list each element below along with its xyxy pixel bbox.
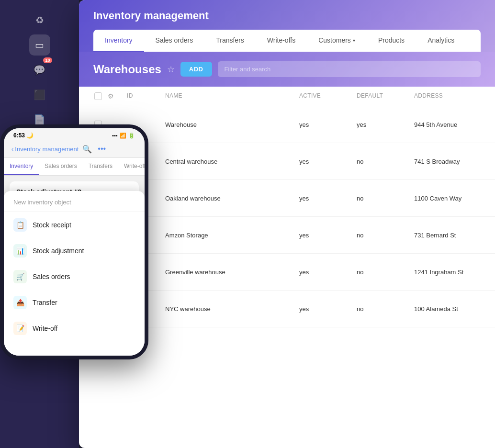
phone-tabs: Inventory Sales orders Transfers Write-o… (4, 158, 145, 176)
mobile-phone: 6:53 🌙 ▪▪▪ 📶 🔋 ‹ Inventory management 🔍 … (0, 124, 148, 359)
table-header: ⚙ ID Name Active Default Address Image (79, 87, 495, 106)
popup-item-sales-orders[interactable]: 🛒 Sales orders (4, 264, 145, 290)
row-address: 731 Bernard St (414, 226, 495, 245)
chat-badge: 10 (43, 57, 52, 63)
popup-item-transfer[interactable]: 📤 Transfer (4, 290, 145, 315)
sidebar-storage[interactable]: ▭ (29, 34, 50, 56)
wifi-icon: 📶 (120, 133, 126, 139)
row-name: Warehouse (165, 115, 299, 134)
app-header: Inventory management Inventory Sales ord… (79, 0, 495, 52)
gear-icon[interactable]: ⚙ (108, 92, 127, 100)
storage-icon[interactable]: ▭ (29, 34, 50, 56)
search-icon[interactable]: 🔍 (82, 145, 92, 154)
row-default: no (357, 300, 414, 318)
select-all-checkbox[interactable] (94, 92, 102, 100)
row-name: Amzon Storage (165, 226, 299, 245)
row-default: yes (357, 115, 414, 134)
page-title: Warehouses (93, 63, 161, 76)
popup-title: New inventory object (4, 199, 145, 212)
tab-sales-orders[interactable]: Sales orders (144, 30, 205, 52)
back-chevron-icon: ‹ (11, 146, 13, 153)
nav-tabs: Inventory Sales orders Transfers Write-o… (93, 30, 481, 52)
signal-icon: ▪▪▪ (112, 133, 118, 138)
row-address: 741 S Broadway (414, 152, 495, 171)
row-address: 1241 Ingraham St (414, 263, 495, 281)
popup-item-stock-receipt[interactable]: 📋 Stock receipt (4, 212, 145, 238)
transfer-icon: 📤 (13, 296, 27, 309)
phone-tab-write-offs[interactable]: Write-offs (118, 158, 145, 175)
popup-item-stock-adjustment[interactable]: 📊 Stock adjustment (4, 238, 145, 264)
stock-receipt-icon: 📋 (13, 218, 27, 232)
col-id: ID (127, 92, 165, 100)
tab-inventory[interactable]: Inventory (93, 30, 144, 52)
tab-transfers[interactable]: Transfers (204, 30, 256, 52)
row-default: no (357, 263, 414, 281)
col-name: Name (165, 92, 299, 100)
battery-icon: 🔋 (128, 133, 135, 139)
row-name: Oakland warehouse (165, 189, 299, 208)
row-default: no (357, 152, 414, 171)
more-icon[interactable]: ••• (98, 145, 106, 154)
row-name: Central warehouse (165, 152, 299, 171)
stock-adjustment-icon: 📊 (13, 244, 27, 258)
sidebar-inbox[interactable]: ⬛ (29, 84, 50, 105)
row-address: 944 5th Avenue (414, 115, 495, 134)
row-active: yes (299, 263, 357, 281)
search-input[interactable] (218, 61, 481, 77)
col-active: Active (299, 92, 357, 100)
row-address: 100 Alameda St (414, 300, 495, 318)
header-checkbox[interactable] (89, 92, 108, 100)
app-title: Inventory management (93, 10, 481, 30)
sidebar-recycle[interactable]: ♻ (29, 10, 50, 31)
star-icon[interactable]: ☆ (167, 64, 175, 75)
phone-tab-sales-orders[interactable]: Sales orders (39, 158, 82, 175)
phone-nav-actions: 🔍 ••• (82, 145, 106, 154)
row-active: yes (299, 115, 357, 134)
phone-status-icons: ▪▪▪ 📶 🔋 (112, 133, 135, 139)
phone-tab-inventory[interactable]: Inventory (4, 158, 39, 175)
tab-products[interactable]: Products (367, 30, 416, 52)
row-default: no (357, 226, 414, 245)
phone-time: 6:53 🌙 (13, 132, 34, 139)
phone-nav-bar: ‹ Inventory management 🔍 ••• (4, 141, 145, 158)
popup-menu: New inventory object 📋 Stock receipt 📊 S… (4, 191, 145, 356)
tab-customers[interactable]: Customers ▾ (307, 30, 367, 52)
row-active: yes (299, 300, 357, 318)
row-name: NYC warehouse (165, 300, 299, 318)
chevron-down-icon: ▾ (353, 38, 355, 43)
write-off-icon: 📝 (13, 322, 27, 335)
phone-status-bar: 6:53 🌙 ▪▪▪ 📶 🔋 (4, 128, 145, 141)
row-active: yes (299, 152, 357, 171)
inbox-icon[interactable]: ⬛ (29, 84, 50, 105)
recycle-icon[interactable]: ♻ (29, 10, 50, 31)
row-name: Greenville warehouse (165, 263, 299, 281)
popup-item-write-off[interactable]: 📝 Write-off (4, 315, 145, 341)
add-button[interactable]: ADD (180, 62, 212, 77)
tab-write-offs[interactable]: Write-offs (256, 30, 307, 52)
page-header: Warehouses ☆ ADD (79, 52, 495, 87)
row-active: yes (299, 189, 357, 208)
sidebar-chat[interactable]: 💬 10 (29, 59, 50, 80)
phone-tab-transfers[interactable]: Transfers (83, 158, 118, 175)
row-active: yes (299, 226, 357, 245)
col-default: Default (357, 92, 414, 100)
row-address: 1100 Caven Way (414, 189, 495, 208)
sales-orders-icon: 🛒 (13, 270, 27, 283)
col-address: Address (414, 92, 495, 100)
phone-back-button[interactable]: ‹ Inventory management (11, 146, 79, 153)
row-default: no (357, 189, 414, 208)
tab-analytics[interactable]: Analytics (416, 30, 466, 52)
